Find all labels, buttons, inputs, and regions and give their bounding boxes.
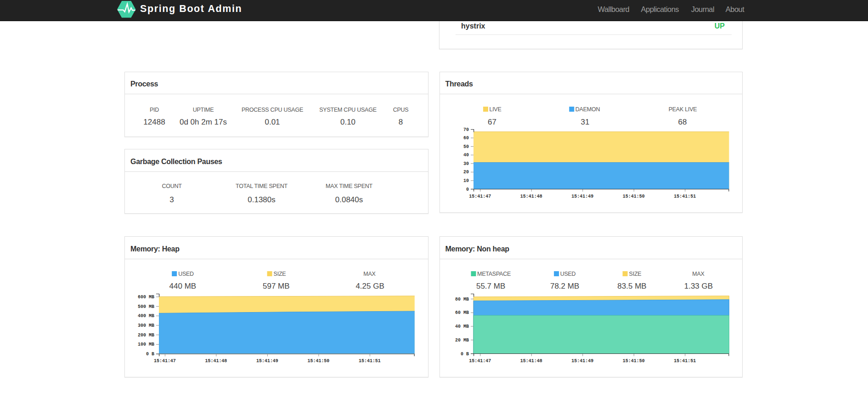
svg-text:500 MB: 500 MB [138, 304, 154, 309]
svg-text:50: 50 [463, 144, 469, 149]
svg-text:300 MB: 300 MB [138, 323, 154, 328]
svg-text:600 MB: 600 MB [138, 295, 154, 300]
svg-text:0 B: 0 B [460, 352, 468, 357]
svg-text:400 MB: 400 MB [138, 313, 154, 319]
svg-text:40 MB: 40 MB [455, 324, 468, 329]
svg-text:200 MB: 200 MB [138, 333, 154, 338]
svg-text:80 MB: 80 MB [455, 297, 468, 302]
svg-text:0 B: 0 B [146, 352, 154, 357]
svg-text:40: 40 [463, 153, 469, 158]
svg-text:15:41:51: 15:41:51 [674, 359, 696, 364]
svg-text:70: 70 [463, 127, 469, 132]
svg-text:15:41:49: 15:41:49 [256, 359, 278, 364]
svg-text:60 MB: 60 MB [455, 310, 468, 315]
svg-text:15:41:49: 15:41:49 [571, 194, 593, 199]
svg-text:15:41:48: 15:41:48 [520, 359, 542, 364]
svg-text:15:41:47: 15:41:47 [469, 359, 491, 364]
svg-text:15:41:50: 15:41:50 [307, 359, 329, 364]
svg-text:30: 30 [463, 161, 469, 166]
svg-text:15:41:50: 15:41:50 [622, 359, 644, 364]
svg-text:20 MB: 20 MB [455, 338, 468, 343]
svg-text:15:41:47: 15:41:47 [469, 194, 491, 199]
svg-text:15:41:50: 15:41:50 [622, 194, 644, 199]
svg-text:60: 60 [463, 136, 469, 141]
svg-text:15:41:47: 15:41:47 [154, 359, 176, 364]
svg-text:15:41:48: 15:41:48 [205, 359, 227, 364]
svg-text:15:41:51: 15:41:51 [359, 359, 381, 364]
svg-text:15:41:51: 15:41:51 [674, 194, 696, 199]
svg-text:10: 10 [463, 178, 469, 183]
svg-text:0: 0 [466, 187, 469, 192]
svg-text:15:41:49: 15:41:49 [571, 359, 593, 364]
svg-text:15:41:48: 15:41:48 [520, 194, 542, 199]
svg-text:100 MB: 100 MB [138, 342, 154, 347]
svg-text:20: 20 [463, 170, 469, 175]
